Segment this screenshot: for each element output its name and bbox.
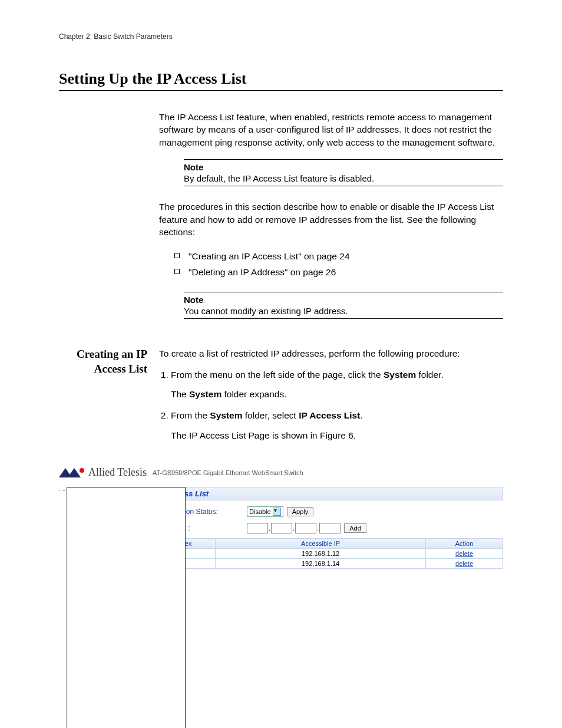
tree-node[interactable]: Switch Info. bbox=[59, 487, 147, 728]
panel-title: IP Access List bbox=[152, 487, 503, 500]
cell-action: delete bbox=[426, 549, 503, 559]
ip-access-table: Index Accessible IP Action 1192.168.1.12… bbox=[152, 538, 503, 569]
cell-action: delete bbox=[426, 559, 503, 569]
note-body: You cannot modify an existing IP address… bbox=[184, 306, 503, 316]
section-heading: Creating an IP Access List bbox=[59, 347, 159, 450]
delete-link[interactable]: delete bbox=[455, 560, 473, 567]
note-title: Note bbox=[184, 162, 503, 172]
chapter-header: Chapter 2: Basic Switch Parameters bbox=[59, 32, 503, 41]
table-header-ip: Accessible IP bbox=[216, 539, 426, 549]
intro-paragraph: The IP Access List feature, when enabled… bbox=[159, 111, 503, 149]
chevron-down-icon bbox=[273, 508, 281, 516]
bullet-item: "Creating an IP Access List" on page 24 bbox=[174, 249, 503, 264]
procedure-step: From the menu on the left side of the pa… bbox=[171, 368, 503, 401]
ip-restriction-row: IP Restriction Status: Disable Apply bbox=[152, 506, 503, 517]
ip-address-inputs: ... bbox=[247, 523, 340, 533]
table-row: 1192.168.1.12delete bbox=[153, 549, 503, 559]
brand-logo-icon bbox=[59, 468, 85, 477]
section-intro: To create a list of restricted IP addres… bbox=[159, 347, 503, 360]
note-title: Note bbox=[184, 295, 503, 305]
bullet-item: "Deleting an IP Address" on page 26 bbox=[174, 265, 503, 280]
add-button[interactable]: Add bbox=[344, 523, 366, 533]
figure-screenshot: Allied Telesis AT-GS950/8POE Gigabit Eth… bbox=[59, 466, 503, 728]
brand-header: Allied Telesis AT-GS950/8POE Gigabit Eth… bbox=[59, 466, 503, 479]
section-creating-ip-access-list: Creating an IP Access List To create a l… bbox=[59, 347, 503, 450]
nav-tree[interactable]: Switch Info.Front Panel-SystemManagement… bbox=[59, 487, 147, 728]
note-box-2: Note You cannot modify an existing IP ad… bbox=[184, 292, 503, 319]
paragraph-2: The procedures in this section describe … bbox=[159, 200, 503, 238]
procedure-step: From the System folder, select IP Access… bbox=[171, 409, 503, 442]
note-body: By default, the IP Access List feature i… bbox=[184, 173, 503, 183]
brand-product: AT-GS950/8POE Gigabit Ethernet WebSmart … bbox=[153, 469, 303, 476]
table-header-action: Action bbox=[426, 539, 503, 549]
ip-octet-1[interactable] bbox=[247, 523, 268, 533]
cell-ip: 192.168.1.14 bbox=[216, 559, 426, 569]
delete-link[interactable]: delete bbox=[455, 550, 473, 557]
ip-address-row: IP Address : ... Add bbox=[152, 523, 503, 533]
procedure-list: From the menu on the left side of the pa… bbox=[159, 368, 503, 442]
cell-ip: 192.168.1.12 bbox=[216, 549, 426, 559]
page-title: Setting Up the IP Access List bbox=[59, 70, 503, 91]
brand-name: Allied Telesis bbox=[88, 466, 147, 479]
svg-marker-1 bbox=[68, 468, 81, 477]
svg-point-2 bbox=[80, 468, 84, 473]
main-panel: IP Access List IP Restriction Status: Di… bbox=[152, 487, 503, 728]
bullet-list: "Creating an IP Access List" on page 24 … bbox=[174, 249, 503, 280]
ip-octet-3[interactable] bbox=[295, 523, 316, 533]
ip-octet-2[interactable] bbox=[271, 523, 292, 533]
ip-restriction-select[interactable]: Disable bbox=[247, 506, 283, 517]
apply-button[interactable]: Apply bbox=[287, 507, 314, 516]
table-row: 2192.168.1.14delete bbox=[153, 559, 503, 569]
ip-octet-4[interactable] bbox=[319, 523, 340, 533]
note-box-1: Note By default, the IP Access List feat… bbox=[184, 159, 503, 186]
